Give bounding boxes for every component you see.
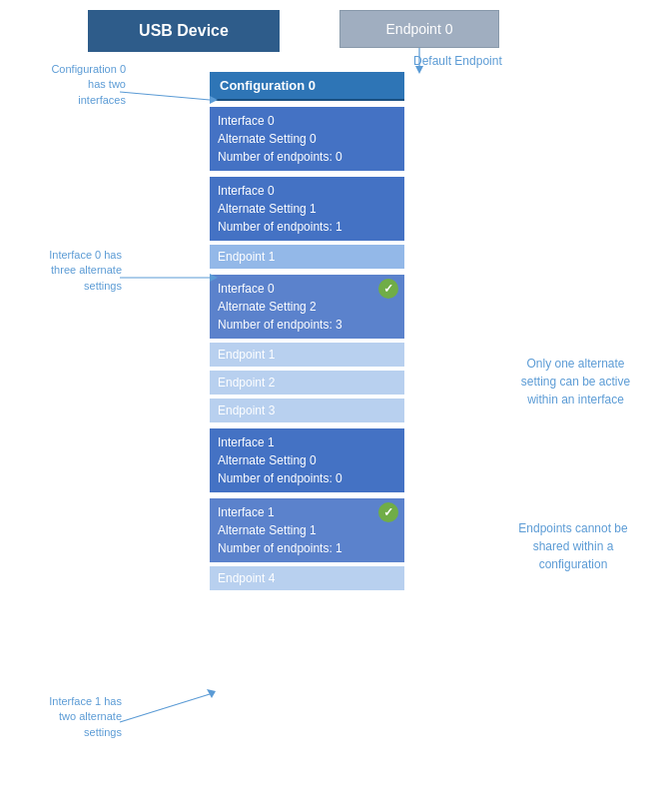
iface1-alt1-line1: Interface 1 bbox=[218, 505, 275, 519]
svg-line-0 bbox=[120, 92, 210, 100]
svg-line-4 bbox=[120, 694, 210, 722]
iface0-alt1-section: Interface 0 Alternate Setting 1 Number o… bbox=[210, 177, 404, 241]
iface0-alt1-line1: Interface 0 bbox=[218, 184, 275, 198]
default-endpoint-label: Default Endpoint bbox=[413, 54, 502, 68]
annotation-endpoints-shared: Endpoints cannot beshared within aconfig… bbox=[498, 519, 648, 573]
annotation-iface0-alt: Interface 0 hasthree alternatesettings bbox=[2, 248, 122, 294]
iface0-alt2-checkmark: ✓ bbox=[378, 279, 398, 299]
iface0-alt1-line3: Number of endpoints: 1 bbox=[218, 220, 342, 234]
iface0-alt2-line2: Alternate Setting 2 bbox=[218, 300, 317, 314]
config-header: Configuration 0 bbox=[210, 72, 404, 101]
endpoint4: Endpoint 4 bbox=[210, 566, 404, 590]
annotation-config-interfaces: Configuration 0has twointerfaces bbox=[6, 62, 126, 108]
iface0-alt2-section: ✓ Interface 0 Alternate Setting 2 Number… bbox=[210, 275, 404, 339]
endpoint3-alt2: Endpoint 3 bbox=[210, 399, 404, 422]
iface1-alt0-section: Interface 1 Alternate Setting 0 Number o… bbox=[210, 428, 404, 492]
endpoint1-alt2: Endpoint 1 bbox=[210, 343, 404, 367]
usb-device-box: USB Device bbox=[88, 10, 280, 52]
endpoint2-alt2: Endpoint 2 bbox=[210, 371, 404, 395]
config-label: Configuration 0 bbox=[220, 78, 316, 93]
iface0-alt2-line3: Number of endpoints: 3 bbox=[218, 318, 342, 332]
usb-device-label: USB Device bbox=[139, 22, 229, 40]
endpoint0-label: Endpoint 0 bbox=[386, 21, 453, 37]
iface0-alt1-line2: Alternate Setting 1 bbox=[218, 202, 317, 216]
iface0-alt0-line2: Alternate Setting 0 bbox=[218, 132, 317, 146]
iface1-alt0-line2: Alternate Setting 0 bbox=[218, 453, 317, 467]
iface0-alt2-line1: Interface 0 bbox=[218, 282, 275, 296]
annotation-one-active: Only one alternatesetting can be activew… bbox=[503, 355, 648, 408]
svg-marker-5 bbox=[207, 689, 216, 698]
annotation-iface1-alt: Interface 1 hastwo alternatesettings bbox=[2, 694, 122, 740]
iface1-alt0-line1: Interface 1 bbox=[218, 435, 275, 449]
iface0-alt0-line1: Interface 0 bbox=[218, 114, 275, 128]
endpoint0-box: Endpoint 0 bbox=[339, 10, 499, 48]
diagram-area: Configuration 0 Interface 0 Alternate Se… bbox=[210, 72, 404, 590]
iface0-alt0-line3: Number of endpoints: 0 bbox=[218, 150, 342, 164]
iface1-alt1-line3: Number of endpoints: 1 bbox=[218, 541, 342, 555]
endpoint1-alt1: Endpoint 1 bbox=[210, 245, 404, 269]
iface0-alt0-section: Interface 0 Alternate Setting 0 Number o… bbox=[210, 107, 404, 171]
iface1-alt1-checkmark: ✓ bbox=[378, 502, 398, 522]
iface1-alt1-line2: Alternate Setting 1 bbox=[218, 523, 317, 537]
iface1-alt0-line3: Number of endpoints: 0 bbox=[218, 471, 342, 485]
iface1-alt1-section: ✓ Interface 1 Alternate Setting 1 Number… bbox=[210, 498, 404, 562]
